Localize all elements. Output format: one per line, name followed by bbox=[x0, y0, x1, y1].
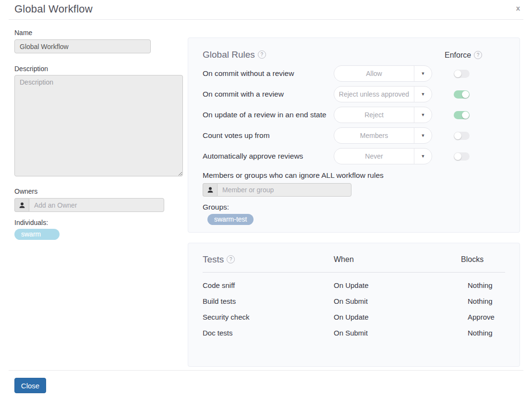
table-row: Code sniff On Update Nothing bbox=[203, 277, 505, 293]
table-row: Doc tests On Submit Nothing bbox=[203, 325, 505, 341]
global-rules-title-text: Global Rules bbox=[203, 50, 255, 60]
rule-row-auto-approve: Automatically approve reviews Never ▼ bbox=[203, 148, 505, 164]
ignore-rules-label: Members or groups who can ignore ALL wor… bbox=[203, 171, 384, 180]
enforce-toggle[interactable] bbox=[454, 70, 470, 78]
rule-row-update-end-state: On update of a review in an end state Re… bbox=[203, 107, 505, 123]
rule-select-value[interactable]: Reject unless approved bbox=[334, 87, 414, 102]
toggle-knob bbox=[462, 112, 469, 119]
enforce-toggle[interactable] bbox=[454, 111, 470, 119]
test-when: On Submit bbox=[334, 297, 461, 305]
description-label: Description bbox=[14, 65, 48, 73]
header-divider bbox=[9, 19, 523, 20]
test-name: Build tests bbox=[203, 297, 334, 305]
tests-title: Tests ? bbox=[203, 254, 334, 265]
individuals-label: Individuals: bbox=[14, 219, 48, 226]
rule-row-count-votes: Count votes up from Members ▼ bbox=[203, 127, 505, 144]
rule-select-value[interactable]: Members bbox=[334, 128, 414, 143]
test-blocks: Nothing bbox=[461, 281, 493, 289]
name-label: Name bbox=[14, 29, 32, 37]
test-when: On Submit bbox=[334, 329, 461, 337]
test-name: Doc tests bbox=[203, 329, 334, 337]
close-button[interactable]: Close bbox=[14, 378, 46, 393]
enforce-label: Enforce bbox=[445, 51, 471, 60]
owners-label: Owners bbox=[14, 187, 37, 195]
close-icon[interactable]: x bbox=[516, 4, 520, 12]
global-rules-title: Global Rules ? bbox=[203, 50, 266, 60]
rule-label: On commit with a review bbox=[203, 90, 334, 99]
enforce-header: Enforce ? bbox=[445, 51, 482, 60]
test-name: Code sniff bbox=[203, 281, 334, 289]
rule-label: On update of a review in an end state bbox=[203, 111, 334, 119]
rule-row-commit-without-review: On commit without a review Allow ▼ bbox=[203, 65, 505, 82]
groups-label: Groups: bbox=[203, 203, 229, 211]
test-blocks: Approve bbox=[461, 313, 495, 321]
enforce-toggle[interactable] bbox=[454, 152, 470, 161]
global-rules-help-icon[interactable]: ? bbox=[258, 50, 266, 59]
test-name: Security check bbox=[203, 313, 334, 321]
individual-tag: swarm bbox=[14, 229, 60, 240]
rule-select-value[interactable]: Never bbox=[334, 149, 414, 164]
group-tag: swarm-test bbox=[207, 214, 254, 225]
rule-select: Allow ▼ bbox=[334, 65, 432, 82]
enforce-toggle[interactable] bbox=[454, 132, 470, 140]
rule-row-commit-with-review: On commit with a review Reject unless ap… bbox=[203, 86, 505, 102]
test-when: On Update bbox=[334, 281, 461, 289]
add-owner-input[interactable] bbox=[29, 198, 164, 212]
tests-header-row: Tests ? When Blocks bbox=[203, 254, 505, 265]
name-input[interactable] bbox=[14, 39, 151, 53]
when-column-header: When bbox=[334, 255, 461, 264]
chevron-down-icon[interactable]: ▼ bbox=[414, 107, 432, 123]
chevron-down-icon[interactable]: ▼ bbox=[414, 149, 432, 164]
rule-select: Never ▼ bbox=[334, 148, 432, 164]
test-blocks: Nothing bbox=[461, 329, 493, 337]
toggle-knob bbox=[454, 153, 461, 160]
chevron-down-icon[interactable]: ▼ bbox=[414, 128, 432, 143]
toggle-knob bbox=[454, 70, 461, 77]
enforce-help-icon[interactable]: ? bbox=[474, 51, 482, 59]
chevron-down-icon[interactable]: ▼ bbox=[414, 66, 432, 81]
enforce-toggle[interactable] bbox=[454, 90, 470, 99]
rule-select: Reject ▼ bbox=[334, 107, 432, 123]
toggle-knob bbox=[462, 91, 469, 98]
footer-divider bbox=[9, 370, 523, 371]
tests-panel: Tests ? When Blocks Code sniff On Update… bbox=[188, 243, 520, 367]
description-textarea[interactable] bbox=[14, 75, 183, 176]
test-when: On Update bbox=[334, 313, 461, 321]
chevron-down-icon[interactable]: ▼ bbox=[414, 87, 432, 102]
rule-select: Reject unless approved ▼ bbox=[334, 86, 432, 102]
rule-select-value[interactable]: Allow bbox=[334, 66, 414, 81]
tests-header-divider bbox=[203, 272, 505, 273]
owner-input-group bbox=[14, 198, 164, 212]
member-or-group-input[interactable] bbox=[217, 183, 351, 197]
toggle-knob bbox=[454, 132, 461, 139]
tests-table-body: Code sniff On Update Nothing Build tests… bbox=[203, 277, 505, 341]
table-row: Build tests On Submit Nothing bbox=[203, 293, 505, 309]
global-rules-panel: Global Rules ? Enforce ? On commit witho… bbox=[188, 37, 520, 233]
tests-help-icon[interactable]: ? bbox=[227, 255, 235, 263]
member-group-input-group bbox=[203, 183, 351, 197]
test-blocks: Nothing bbox=[461, 297, 493, 305]
blocks-column-header: Blocks bbox=[461, 255, 484, 264]
rule-select: Members ▼ bbox=[334, 127, 432, 144]
rule-label: Automatically approve reviews bbox=[203, 152, 334, 161]
rule-label: Count votes up from bbox=[203, 131, 334, 140]
user-icon bbox=[203, 183, 217, 197]
rule-select-value[interactable]: Reject bbox=[334, 107, 414, 123]
rule-label: On commit without a review bbox=[203, 69, 334, 78]
page-title: Global Workflow bbox=[14, 3, 93, 15]
table-row: Security check On Update Approve bbox=[203, 309, 505, 325]
user-icon bbox=[14, 198, 29, 212]
tests-title-text: Tests bbox=[203, 254, 224, 265]
